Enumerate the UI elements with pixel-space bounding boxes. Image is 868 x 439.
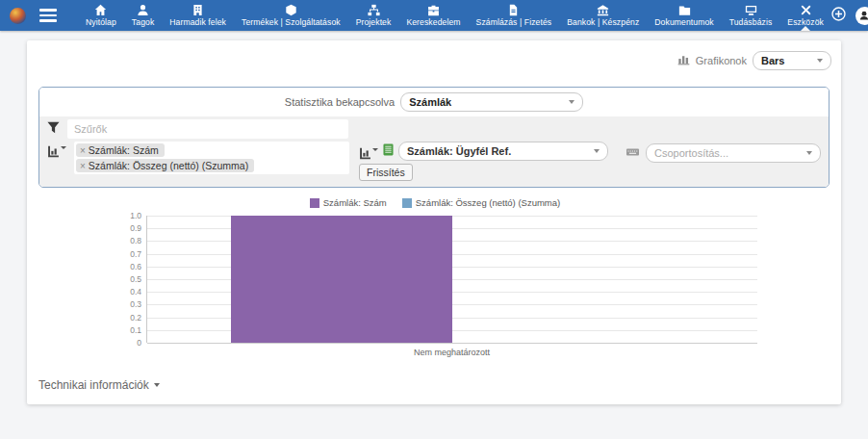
graph-type-value: Bars xyxy=(761,55,784,66)
y-tick-label: 0.9 xyxy=(105,223,141,233)
chevron-down-icon xyxy=(569,100,574,104)
spreadsheet-icon[interactable] xyxy=(383,142,394,160)
nav-item-kereskedelem[interactable]: Kereskedelem xyxy=(398,0,468,31)
nav-item-label: Harmadik felek xyxy=(169,17,226,27)
graph-type-select[interactable]: Bars xyxy=(753,51,831,70)
briefcase-icon xyxy=(427,4,440,16)
y-tick-label: 0 xyxy=(105,338,141,348)
tech-info-label: Technikai információk xyxy=(38,378,149,392)
keyboard-icon xyxy=(625,144,640,162)
user-menu[interactable]: admin xyxy=(855,7,868,25)
home-icon xyxy=(94,4,107,16)
nav-item-label: Kereskedelem xyxy=(406,17,460,27)
filter-funnel-icon xyxy=(47,120,60,138)
measure-tag-label: Számlák: Összeg (nettó) (Szumma) xyxy=(89,160,248,171)
xaxis-fields-icon[interactable] xyxy=(359,147,378,160)
bar-chart-icon xyxy=(677,52,690,69)
nav-item-label: Termékek | Szolgáltatások xyxy=(242,17,341,27)
measure-tag-label: Számlák: Szám xyxy=(89,144,159,156)
chevron-down-icon xyxy=(817,59,823,63)
xaxis-value: Számlák: Ügyfél Ref. xyxy=(407,145,511,157)
nav-item-label: Projektek xyxy=(356,17,392,27)
legend-item: Számlák: Összeg (nettó) (Szumma) xyxy=(402,197,560,208)
measure-tag[interactable]: ×Számlák: Összeg (nettó) (Szumma) xyxy=(76,159,254,172)
gridline xyxy=(147,343,757,344)
x-tick-label: Nem meghatározott xyxy=(414,348,490,357)
y-tick-label: 0.2 xyxy=(105,313,141,323)
nav-item-sz-ml-z-s-fizet-s[interactable]: Számlázás | Fizetés xyxy=(469,0,560,31)
stats-source-value: Számlák xyxy=(409,96,451,108)
stats-source-select[interactable]: Számlák xyxy=(400,92,583,112)
top-navbar: NyitólapTagokHarmadik felekTermékek | Sz… xyxy=(0,0,868,31)
chevron-down-icon xyxy=(154,383,160,387)
nav-item-label: Nyitólap xyxy=(86,17,116,27)
sitemap-icon xyxy=(368,4,380,16)
nav-item-nyit-lap[interactable]: Nyitólap xyxy=(78,0,124,31)
avatar xyxy=(855,7,868,25)
measures-fields-icon[interactable] xyxy=(47,145,66,158)
nav-item-projektek[interactable]: Projektek xyxy=(348,0,399,31)
nav-item-label: Számlázás | Fizetés xyxy=(476,17,552,27)
nav-item-label: Tagok xyxy=(132,17,154,27)
folder-icon xyxy=(678,4,691,16)
nav-item-bankok-k-szp-nz[interactable]: Bankok | Készpénz xyxy=(559,0,647,31)
xaxis-select[interactable]: Számlák: Ügyfél Ref. xyxy=(398,142,608,161)
groupby-select[interactable]: Csoportosítás... xyxy=(646,143,821,163)
legend-swatch xyxy=(310,198,319,208)
nav-item-term-kek-szolg-ltat-sok[interactable]: Termékek | Szolgáltatások xyxy=(234,0,348,31)
legend-label: Számlák: Szám xyxy=(323,197,387,208)
y-tick-label: 0.3 xyxy=(105,299,141,309)
y-tick-label: 0.5 xyxy=(105,274,141,284)
building-icon xyxy=(191,4,204,16)
nav-item-dokumentumok[interactable]: Dokumentumok xyxy=(647,0,721,31)
nav-item-label: Dokumentumok xyxy=(654,17,713,27)
tech-info-toggle[interactable]: Technikai információk xyxy=(38,378,831,392)
groupby-placeholder: Csoportosítás... xyxy=(654,147,728,159)
nav-item-eszk-z-k[interactable]: Eszközök xyxy=(779,0,831,31)
nav-item-tud-sb-zis[interactable]: Tudásbázis xyxy=(722,0,780,31)
y-tick-label: 0.7 xyxy=(105,249,141,259)
nav-item-harmadik-felek[interactable]: Harmadik felek xyxy=(162,0,234,31)
tools-icon xyxy=(800,4,812,16)
nav-item-tagok[interactable]: Tagok xyxy=(124,0,162,31)
screen-icon xyxy=(745,4,757,16)
legend-item: Számlák: Szám xyxy=(310,197,387,208)
quick-add-icon[interactable] xyxy=(831,7,846,25)
y-tick-label: 0.1 xyxy=(105,325,141,335)
app-logo[interactable] xyxy=(10,8,26,24)
stats-source-row: Statisztika bekapcsolva Számlák xyxy=(39,88,829,116)
y-tick-label: 0.4 xyxy=(105,287,141,297)
nav-item-label: Tudásbázis xyxy=(729,17,773,27)
stats-toggle-label: Statisztika bekapcsolva xyxy=(285,96,395,108)
bank-icon xyxy=(597,4,609,16)
filter-panel: Statisztika bekapcsolva Számlák xyxy=(38,87,830,188)
filter-panel-body: ×Számlák: Szám×Számlák: Összeg (nettó) (… xyxy=(39,116,829,187)
nav-item-label: Bankok | Készpénz xyxy=(567,17,639,27)
x-axis: Nem meghatározott xyxy=(146,348,757,363)
nav-item-label: Eszközök xyxy=(787,17,824,27)
graph-toolbar: Grafikonok Bars xyxy=(38,50,831,71)
measures-box[interactable]: ×Számlák: Szám×Számlák: Összeg (nettó) (… xyxy=(74,142,349,174)
main-card: Grafikonok Bars Statisztika bekapcsolva … xyxy=(27,40,841,404)
hamburger-menu-icon[interactable] xyxy=(39,9,57,22)
chevron-down-icon xyxy=(594,149,600,153)
graphs-label: Grafikonok xyxy=(696,55,747,66)
remove-tag-icon[interactable]: × xyxy=(80,145,86,156)
user-icon xyxy=(137,4,149,16)
cube-icon xyxy=(285,4,297,16)
filters-input[interactable] xyxy=(67,119,348,139)
chart-section: Számlák: SzámSzámlák: Összeg (nettó) (Sz… xyxy=(38,197,831,363)
page-background: Grafikonok Bars Statisztika bekapcsolva … xyxy=(0,31,868,404)
nav-items: NyitólapTagokHarmadik felekTermékek | Sz… xyxy=(78,0,831,31)
legend-label: Számlák: Összeg (nettó) (Szumma) xyxy=(416,197,560,208)
chevron-down-icon xyxy=(806,151,812,155)
y-tick-label: 1.0 xyxy=(105,211,141,220)
chart-legend: Számlák: SzámSzámlák: Összeg (nettó) (Sz… xyxy=(38,197,831,208)
refresh-button[interactable]: Frissítés xyxy=(359,164,413,181)
remove-tag-icon[interactable]: × xyxy=(80,161,86,171)
y-tick-label: 0.8 xyxy=(105,236,141,245)
plot-area: 1.00.90.80.70.60.50.40.30.20.10 xyxy=(146,216,757,343)
y-tick-label: 0.6 xyxy=(105,262,141,271)
bar-chart: 1.00.90.80.70.60.50.40.30.20.10 Nem megh… xyxy=(146,216,757,363)
measure-tag[interactable]: ×Számlák: Szám xyxy=(76,143,165,157)
